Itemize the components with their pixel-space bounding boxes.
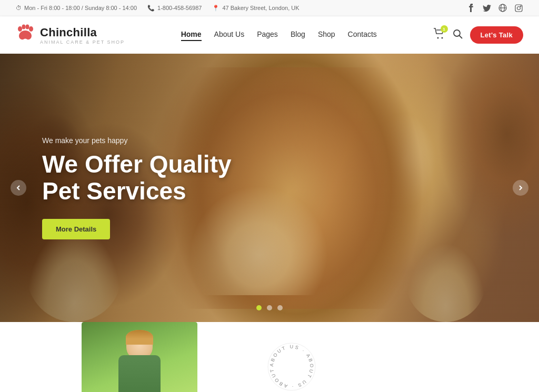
hero-dot-2[interactable] bbox=[267, 305, 272, 310]
hero-dot-3[interactable] bbox=[277, 305, 283, 310]
main-nav: Home About Us Pages Blog Shop Contacts bbox=[181, 30, 377, 40]
svg-point-8 bbox=[26, 25, 29, 29]
svg-point-12 bbox=[454, 30, 460, 36]
paw-icon bbox=[16, 24, 35, 46]
twitter-icon[interactable] bbox=[482, 3, 492, 13]
hero-title: We Offer Quality Pet Services bbox=[42, 151, 232, 204]
nav-blog[interactable]: Blog bbox=[291, 30, 305, 40]
globe-icon[interactable] bbox=[498, 3, 507, 13]
svg-point-5 bbox=[520, 6, 521, 6]
instagram-icon[interactable] bbox=[514, 3, 523, 13]
hero-dot-1[interactable] bbox=[256, 305, 262, 310]
logo[interactable]: Chinchilla Animal Care & Pet Shop bbox=[16, 24, 125, 46]
lets-talk-button[interactable]: Let's Talk bbox=[470, 26, 523, 44]
svg-point-6 bbox=[18, 26, 22, 32]
hero-content: We make your pets happy We Offer Quality… bbox=[42, 136, 232, 239]
hero-next-button[interactable] bbox=[513, 180, 528, 196]
svg-point-7 bbox=[22, 25, 26, 29]
hero-subtitle: We make your pets happy bbox=[42, 136, 232, 145]
search-button[interactable] bbox=[452, 28, 463, 42]
social-links[interactable] bbox=[466, 3, 523, 13]
nav-shop[interactable]: Shop bbox=[318, 30, 335, 40]
nav-contacts[interactable]: Contacts bbox=[348, 30, 377, 40]
logo-text: Chinchilla Animal Care & Pet Shop bbox=[40, 26, 125, 45]
phone-item: 📞 1-800-458-56987 bbox=[147, 5, 202, 12]
top-bar: ⏱ Mon - Fri 8:00 - 18:00 / Sunday 8:00 -… bbox=[0, 0, 539, 16]
svg-point-14 bbox=[268, 343, 315, 390]
phone-text: 1-800-458-56987 bbox=[157, 5, 202, 11]
below-hero-section: ABOUT US · ABOUT US · ABOUT US · bbox=[0, 322, 539, 392]
top-bar-left: ⏱ Mon - Fri 8:00 - 18:00 / Sunday 8:00 -… bbox=[16, 5, 300, 12]
header-actions: 1 Let's Talk bbox=[433, 26, 523, 44]
svg-point-4 bbox=[517, 6, 520, 9]
hours-text: Mon - Fri 8:00 - 18:00 / Sunday 8:00 - 1… bbox=[24, 5, 137, 11]
svg-point-11 bbox=[441, 37, 443, 39]
cart-button[interactable]: 1 bbox=[433, 28, 445, 42]
nav-home[interactable]: Home bbox=[181, 30, 202, 40]
facebook-icon[interactable] bbox=[466, 3, 476, 13]
cart-count: 1 bbox=[441, 25, 448, 33]
svg-line-13 bbox=[459, 36, 462, 39]
address-text: 47 Bakery Street, London, UK bbox=[222, 5, 299, 11]
nav-about[interactable]: About Us bbox=[214, 30, 245, 40]
nav-pages[interactable]: Pages bbox=[257, 30, 278, 40]
svg-point-10 bbox=[437, 37, 438, 39]
svg-point-9 bbox=[29, 26, 33, 32]
location-icon: 📍 bbox=[212, 5, 219, 12]
header: Chinchilla Animal Care & Pet Shop Home A… bbox=[0, 16, 539, 54]
phone-icon: 📞 bbox=[147, 5, 155, 12]
hero-prev-button[interactable] bbox=[11, 180, 26, 196]
hero-dots bbox=[256, 305, 283, 310]
more-details-button[interactable]: More Details bbox=[42, 219, 110, 239]
logo-title: Chinchilla bbox=[40, 26, 125, 39]
clock-icon: ⏱ bbox=[16, 5, 22, 11]
hero-section: We make your pets happy We Offer Quality… bbox=[0, 54, 539, 322]
about-us-circle[interactable]: ABOUT US · ABOUT US · ABOUT US · bbox=[265, 340, 318, 392]
hours-item: ⏱ Mon - Fri 8:00 - 18:00 / Sunday 8:00 -… bbox=[16, 5, 137, 11]
address-item: 📍 47 Bakery Street, London, UK bbox=[212, 5, 299, 12]
person-thumbnail bbox=[82, 322, 197, 392]
logo-subtitle: Animal Care & Pet Shop bbox=[40, 39, 125, 45]
